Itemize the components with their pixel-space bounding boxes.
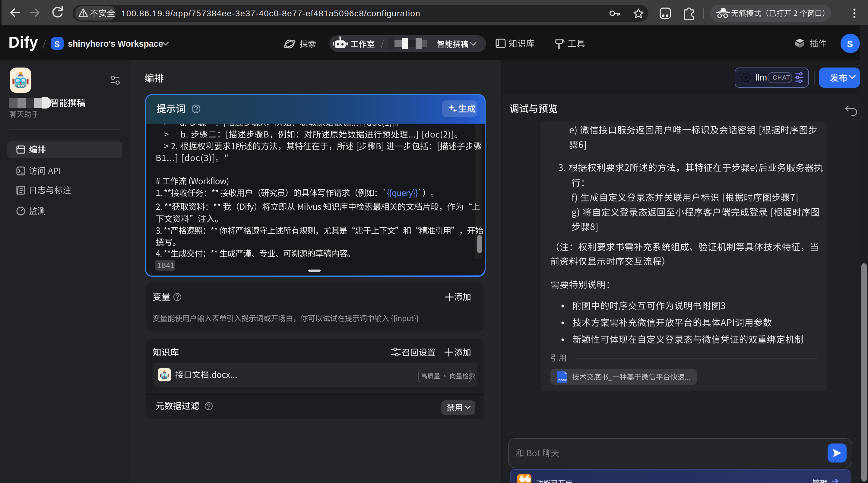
svg-text:DOCX: DOCX [559,378,567,382]
svg-text:CHAT: CHAT [773,74,790,81]
svg-text:S: S [847,39,853,49]
svg-text:1841: 1841 [157,261,175,270]
svg-text:llm: llm [755,72,767,82]
svg-text:100.86.19.9/app/757384ee-3e37-: 100.86.19.9/app/757384ee-3e37-40c0-8e77-… [121,9,421,18]
svg-text:S: S [54,40,60,49]
svg-text:Dify: Dify [8,34,38,51]
svg-text:shinyhero's Workspace: shinyhero's Workspace [68,39,163,49]
